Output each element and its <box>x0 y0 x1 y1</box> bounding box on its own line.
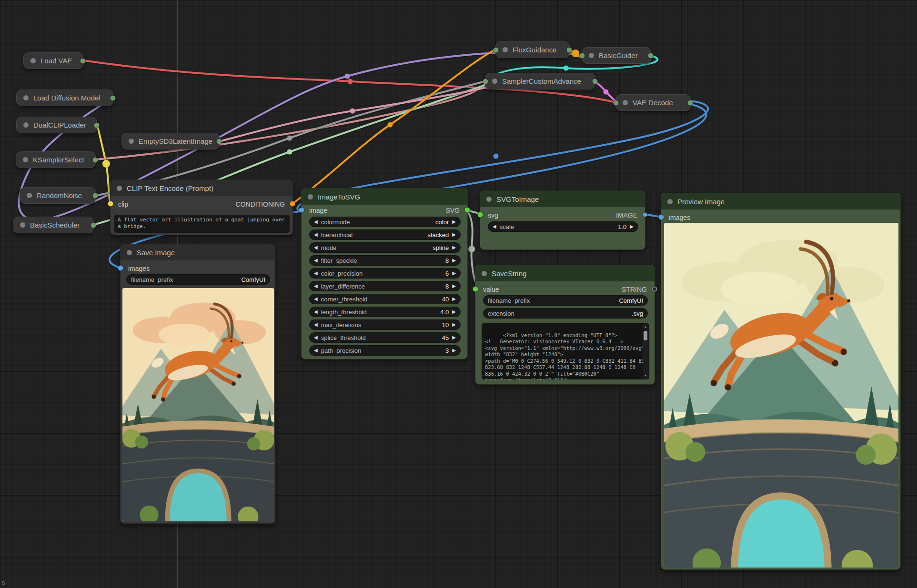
increment-arrow[interactable]: ▶ <box>452 232 456 237</box>
color-precision-widget[interactable]: ◀color_precision6▶ <box>309 268 461 279</box>
increment-arrow[interactable]: ▶ <box>630 224 634 229</box>
increment-arrow[interactable]: ▶ <box>452 258 456 263</box>
input-port-samples[interactable] <box>614 100 619 105</box>
output-port-conditioning[interactable] <box>567 47 572 52</box>
collapse-dot[interactable] <box>589 53 594 58</box>
output-port-sigmas[interactable] <box>91 222 96 228</box>
input-port-images[interactable] <box>659 215 664 220</box>
node-title-bar[interactable]: Save Image <box>121 244 275 260</box>
node-samplercustomadvance[interactable]: SamplerCustomAdvance <box>485 73 595 90</box>
decrement-arrow[interactable]: ◀ <box>314 284 318 289</box>
decrement-arrow[interactable]: ◀ <box>314 297 318 301</box>
hierarchical-widget[interactable]: ◀hierarchicalstacked▶ <box>309 229 461 240</box>
increment-arrow[interactable]: ▶ <box>452 348 456 353</box>
increment-arrow[interactable]: ▶ <box>452 219 456 224</box>
scale-widget[interactable]: ◀scale1.0▶ <box>488 221 638 232</box>
filter-speckle-widget[interactable]: ◀filter_speckle8▶ <box>309 255 461 266</box>
collapse-dot[interactable] <box>308 194 313 199</box>
node-clip-text-encode[interactable]: CLIP Text Encode (Prompt) clip CONDITION… <box>110 179 293 235</box>
node-load-vae[interactable]: Load VAE <box>23 52 83 69</box>
svg-code-textarea[interactable]: <?xml version="1.0" encoding="UTF-8"?> <… <box>482 323 649 379</box>
collapse-dot[interactable] <box>23 122 29 128</box>
output-port-clip[interactable] <box>94 122 100 128</box>
scrollbar[interactable]: ▴ ▾ <box>643 324 648 379</box>
extension-widget[interactable]: extension .svg <box>483 308 648 319</box>
splice-threshold-widget[interactable]: ◀splice_threshold45▶ <box>309 332 461 343</box>
output-port-latent[interactable] <box>217 139 222 144</box>
increment-arrow[interactable]: ▶ <box>452 335 456 340</box>
collapse-dot[interactable] <box>492 79 497 84</box>
node-graph-canvas[interactable]: Load VAE Load Diffusion Model DualCLIPLo… <box>0 0 917 588</box>
node-title-bar[interactable]: SaveString <box>475 265 655 281</box>
collapse-dot[interactable] <box>503 47 508 52</box>
input-port-model[interactable] <box>580 53 585 58</box>
node-svgtoimage[interactable]: SVGToImage svg IMAGE ◀scale1.0▶ <box>480 190 645 250</box>
node-fluxguidance[interactable]: FluxGuidance <box>495 41 570 58</box>
node-savestring[interactable]: SaveString value STRING filename_prefix … <box>475 265 655 385</box>
node-title-bar[interactable]: Preview Image <box>661 193 900 209</box>
node-vae-decode[interactable]: VAE Decode <box>615 94 691 111</box>
corner-threshold-widget[interactable]: ◀corner_threshold40▶ <box>309 294 461 304</box>
output-port-noise[interactable] <box>93 193 98 198</box>
node-title-bar[interactable]: CLIP Text Encode (Prompt) <box>111 180 292 196</box>
output-port-image[interactable] <box>688 100 693 105</box>
node-ksamplerselect[interactable]: KSamplerSelect <box>16 151 96 168</box>
node-basicscheduler[interactable]: BasicScheduler <box>13 217 94 233</box>
collapse-dot[interactable] <box>667 199 673 204</box>
output-port-sampler[interactable] <box>93 157 98 162</box>
collapse-dot[interactable] <box>623 100 628 105</box>
scroll-down-icon[interactable]: ▾ <box>643 373 648 378</box>
node-save-image[interactable]: Save Image images filename_prefix ComfyU… <box>120 244 275 524</box>
collapse-dot[interactable] <box>127 250 132 255</box>
input-port-clip[interactable] <box>108 201 113 207</box>
collapse-dot[interactable] <box>27 193 32 198</box>
node-title-bar[interactable]: SVGToImage <box>480 191 645 207</box>
filename-prefix-widget[interactable]: filename_prefix ComfyUI <box>126 274 270 285</box>
output-port-string[interactable] <box>652 287 657 292</box>
node-preview-image[interactable]: Preview Image images <box>661 193 901 570</box>
increment-arrow[interactable]: ▶ <box>452 284 456 289</box>
output-port-conditioning[interactable] <box>290 201 295 207</box>
node-emptysd3latentimage[interactable]: EmptySD3LatentImage <box>121 133 220 149</box>
node-load-diffusion-model[interactable]: Load Diffusion Model <box>16 90 113 106</box>
input-port-image[interactable] <box>299 208 304 213</box>
decrement-arrow[interactable]: ◀ <box>314 232 318 237</box>
scroll-up-icon[interactable]: ▴ <box>643 325 648 329</box>
decrement-arrow[interactable]: ◀ <box>314 348 318 353</box>
decrement-arrow[interactable]: ◀ <box>314 245 318 250</box>
mode-widget[interactable]: ◀modespline▶ <box>309 242 461 253</box>
filename-prefix-widget[interactable]: filename_prefix ComfyUI <box>483 295 648 306</box>
collapse-dot[interactable] <box>20 222 25 228</box>
node-imagetosvg[interactable]: ImageToSVG image SVG ◀colormodecolor▶ ◀h… <box>301 188 468 359</box>
decrement-arrow[interactable]: ◀ <box>314 258 318 263</box>
increment-arrow[interactable]: ▶ <box>452 245 456 250</box>
node-randomnoise[interactable]: RandomNoise <box>20 187 96 204</box>
colormode-widget[interactable]: ◀colormodecolor▶ <box>309 217 461 227</box>
decrement-arrow[interactable]: ◀ <box>314 335 318 340</box>
input-port-images[interactable] <box>118 266 123 271</box>
collapse-dot[interactable] <box>30 58 36 63</box>
scrollbar-thumb[interactable] <box>644 331 647 340</box>
layer-difference-widget[interactable]: ◀layer_difference8▶ <box>309 281 461 291</box>
increment-arrow[interactable]: ▶ <box>452 309 456 314</box>
input-port-value[interactable] <box>473 287 478 292</box>
collapse-dot[interactable] <box>486 197 492 202</box>
collapse-dot[interactable] <box>23 95 29 100</box>
input-port-conditioning[interactable] <box>494 47 499 52</box>
increment-arrow[interactable]: ▶ <box>452 271 456 276</box>
prompt-text-input[interactable]: A flat vector art illustration of a goat… <box>114 215 290 233</box>
output-port-image[interactable] <box>643 213 647 217</box>
input-port-guider[interactable] <box>483 79 488 84</box>
node-title-bar[interactable]: ImageToSVG <box>302 189 467 205</box>
output-port-model[interactable] <box>111 95 116 100</box>
increment-arrow[interactable]: ▶ <box>452 297 456 301</box>
collapse-dot[interactable] <box>23 157 28 162</box>
increment-arrow[interactable]: ▶ <box>452 322 456 327</box>
node-basicguider[interactable]: BasicGuider <box>582 47 651 64</box>
collapse-dot[interactable] <box>129 139 134 144</box>
length-threshold-widget[interactable]: ◀length_threshold4.0▶ <box>309 307 461 317</box>
output-port-samples[interactable] <box>593 79 598 84</box>
decrement-arrow[interactable]: ◀ <box>314 271 318 276</box>
output-port-svg[interactable] <box>465 208 470 213</box>
decrement-arrow[interactable]: ◀ <box>314 309 318 314</box>
